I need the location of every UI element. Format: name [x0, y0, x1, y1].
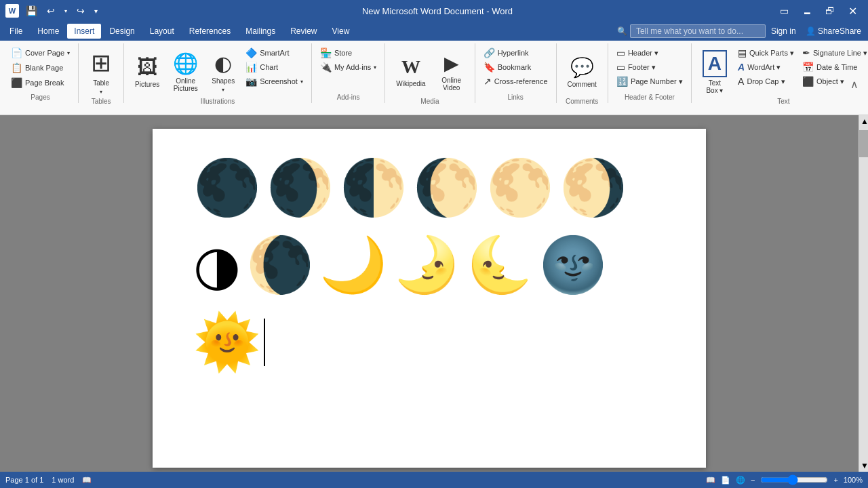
- window-controls: ▭ 🗕 🗗 ✕: [774, 2, 863, 20]
- zoom-in-btn[interactable]: +: [833, 476, 837, 484]
- textbox-btn[interactable]: A TextBox ▾: [697, 46, 732, 98]
- menu-design[interactable]: Design: [102, 24, 141, 39]
- read-mode-btn[interactable]: 📖: [706, 476, 715, 485]
- wikipedia-btn[interactable]: W Wikipedia: [391, 46, 431, 98]
- blank-page-btn[interactable]: 📋 Blank Page: [8, 61, 66, 75]
- dropcap-btn[interactable]: A Drop Cap ▾: [735, 75, 797, 88]
- links-group: 🔗 Hyperlink 🔖 Bookmark ↗ Cross-reference…: [475, 43, 557, 103]
- header-btn[interactable]: ▭ Header ▾: [614, 46, 686, 60]
- cover-dropdown-icon: ▾: [67, 50, 70, 56]
- date-time-icon: 📅: [802, 62, 814, 73]
- screenshot-btn[interactable]: 📷 Screenshot ▾: [243, 75, 306, 88]
- comment-btn[interactable]: 💬 Comment: [562, 46, 602, 98]
- save-quick-btn[interactable]: 💾: [23, 4, 40, 18]
- online-video-btn[interactable]: ▶ OnlineVideo: [434, 46, 469, 98]
- shapes-dropdown-icon: ▾: [222, 87, 224, 93]
- restore-btn[interactable]: 🗗: [820, 3, 840, 19]
- page-break-icon: ⬛: [11, 77, 22, 88]
- wikipedia-icon: W: [401, 56, 420, 78]
- header-footer-col: ▭ Header ▾ ▭ Footer ▾ 🔢 Page Number ▾: [614, 46, 686, 88]
- menu-file[interactable]: File: [3, 24, 29, 39]
- my-addins-icon: 🔌: [320, 62, 332, 73]
- close-btn[interactable]: ✕: [843, 2, 863, 20]
- ribbon-groups: 📄 Cover Page ▾ 📋 Blank Page ⬛ Page Break…: [0, 43, 868, 103]
- document-scroll[interactable]: 🌑 🌒 🌓 🌔 🌕 🌖 ◑ 🌘 🌙 🌛 🌜 🌚 🌞: [0, 115, 859, 472]
- menu-insert[interactable]: Insert: [67, 24, 101, 39]
- signature-btn[interactable]: ✒ Signature Line ▾: [800, 46, 868, 60]
- undo-dropdown-btn[interactable]: ▾: [62, 7, 70, 16]
- dropcap-icon: A: [738, 76, 744, 87]
- vertical-scrollbar[interactable]: ▲ ▼: [859, 115, 868, 472]
- menu-view[interactable]: View: [326, 24, 357, 39]
- bookmark-btn[interactable]: 🔖 Bookmark: [481, 60, 551, 74]
- cross-reference-btn[interactable]: ↗ Cross-reference: [481, 75, 551, 88]
- smartart-btn[interactable]: 🔷 SmartArt: [243, 46, 306, 60]
- cover-page-btn[interactable]: 📄 Cover Page ▾: [8, 46, 73, 60]
- customize-quick-btn[interactable]: ▾: [92, 6, 100, 16]
- chart-btn[interactable]: 📊 Chart: [243, 60, 306, 74]
- header-footer-label: Header & Footer: [625, 94, 675, 103]
- sign-in-btn[interactable]: Sign in: [767, 25, 800, 37]
- menu-layout[interactable]: Layout: [143, 24, 181, 39]
- menu-mailings[interactable]: Mailings: [239, 24, 282, 39]
- zoom-out-btn[interactable]: −: [751, 476, 755, 484]
- search-input[interactable]: [630, 24, 766, 38]
- text-label: Text: [777, 98, 789, 107]
- chart-icon: 📊: [245, 62, 257, 73]
- date-time-btn[interactable]: 📅 Date & Time: [800, 60, 868, 74]
- page-number-btn[interactable]: 🔢 Page Number ▾: [614, 75, 686, 88]
- links-content: 🔗 Hyperlink 🔖 Bookmark ↗ Cross-reference: [481, 43, 551, 94]
- ribbon-display-btn[interactable]: ▭: [774, 3, 794, 19]
- media-label: Media: [420, 98, 439, 107]
- print-layout-btn[interactable]: 📄: [721, 476, 730, 485]
- status-right: 📖 📄 🌐 − + 100%: [706, 474, 863, 485]
- online-pictures-btn[interactable]: 🌐 OnlinePictures: [167, 46, 203, 98]
- table-btn[interactable]: ⊞ Table ▾: [84, 46, 118, 98]
- pictures-icon: 🖼: [137, 56, 157, 79]
- table-icon: ⊞: [91, 49, 111, 77]
- moon-row-1: 🌑 🌒 🌓 🌔 🌕 🌖: [193, 156, 665, 220]
- moon-waxing-crescent: 🌒: [267, 156, 334, 220]
- illustrations-group: 🖼 Pictures 🌐 OnlinePictures ◐ Shapes ▾ 🔷…: [124, 43, 312, 103]
- document-area: 🌑 🌒 🌓 🌔 🌕 🌖 ◑ 🌘 🌙 🌛 🌜 🌚 🌞: [0, 115, 868, 472]
- object-icon: ⬛: [802, 76, 814, 87]
- pages-content: 📄 Cover Page ▾ 📋 Blank Page ⬛ Page Break: [8, 43, 73, 94]
- wordart-btn[interactable]: A WordArt ▾: [735, 60, 797, 74]
- media-group: W Wikipedia ▶ OnlineVideo Media: [385, 43, 475, 103]
- page-break-btn[interactable]: ⬛ Page Break: [8, 76, 66, 89]
- links-col: 🔗 Hyperlink 🔖 Bookmark ↗ Cross-reference: [481, 46, 551, 88]
- language-icon: 📖: [82, 476, 92, 485]
- web-layout-btn[interactable]: 🌐: [736, 476, 745, 485]
- online-video-icon: ▶: [444, 52, 459, 75]
- footer-btn[interactable]: ▭ Footer ▾: [614, 60, 686, 74]
- menu-review[interactable]: Review: [283, 24, 323, 39]
- scroll-down-btn[interactable]: ▼: [859, 460, 868, 472]
- quick-parts-btn[interactable]: ▤ Quick Parts ▾: [735, 46, 797, 60]
- share-btn[interactable]: 👤 ShareShare: [802, 25, 865, 37]
- shapes-icon: ◐: [214, 52, 232, 75]
- minimize-btn[interactable]: 🗕: [797, 3, 817, 19]
- ribbon-collapse-btn[interactable]: ∧: [850, 78, 859, 91]
- pictures-btn[interactable]: 🖼 Pictures: [130, 46, 165, 98]
- zoom-slider[interactable]: [760, 474, 828, 485]
- online-pictures-icon: 🌐: [173, 52, 198, 75]
- document-page: 🌑 🌒 🌓 🌔 🌕 🌖 ◑ 🌘 🌙 🌛 🌜 🌚 🌞: [153, 129, 706, 468]
- scroll-thumb[interactable]: [859, 130, 868, 157]
- screenshot-icon: 📷: [245, 76, 257, 87]
- undo-btn[interactable]: ↩: [44, 4, 58, 18]
- shapes-btn[interactable]: ◐ Shapes ▾: [206, 46, 240, 98]
- hyperlink-btn[interactable]: 🔗 Hyperlink: [481, 46, 551, 60]
- redo-btn[interactable]: ↪: [74, 4, 87, 18]
- screenshot-dropdown-icon: ▾: [300, 79, 303, 85]
- moon-waning-gibbous: 🌖: [559, 156, 627, 220]
- title-bar-left: W 💾 ↩ ▾ ↪ ▾: [5, 4, 100, 18]
- menu-home[interactable]: Home: [31, 24, 66, 39]
- menu-references[interactable]: References: [182, 24, 237, 39]
- scroll-up-btn[interactable]: ▲: [859, 115, 868, 127]
- media-content: W Wikipedia ▶ OnlineVideo: [391, 43, 469, 98]
- textbox-icon: A: [703, 50, 727, 77]
- moon-full: 🌕: [486, 156, 554, 220]
- page-info: Page 1 of 1: [5, 476, 43, 484]
- my-addins-btn[interactable]: 🔌 My Add-ins ▾: [317, 60, 379, 74]
- store-btn[interactable]: 🏪 Store: [317, 46, 379, 60]
